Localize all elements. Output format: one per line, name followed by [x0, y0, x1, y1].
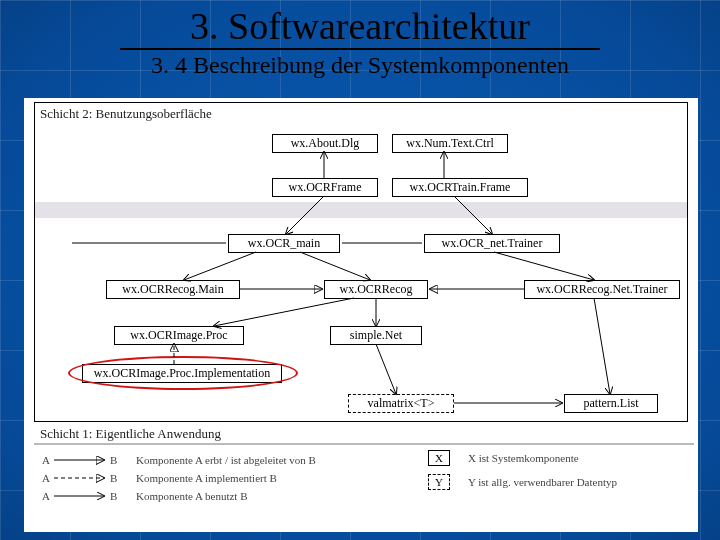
legend-a-1: A	[42, 454, 50, 466]
legend-b-1: B	[110, 454, 117, 466]
legend-y-box: Y	[428, 474, 450, 490]
legend-b-3: B	[110, 490, 117, 502]
comp-simple-net: simple.Net	[330, 326, 422, 345]
comp-num-text-ctrl: wx.Num.Text.Ctrl	[392, 134, 508, 153]
comp-ocr-recog-main: wx.OCRRecog.Main	[106, 280, 240, 299]
layer-1-caption: Schicht 1: Eigentliche Anwendung	[40, 426, 221, 442]
legend-text-1: Komponente A erbt / ist abgeleitet von B	[136, 454, 316, 466]
legend-x-text: X ist Systemkomponente	[468, 452, 579, 464]
legend-a-3: A	[42, 490, 50, 502]
legend-a-2: A	[42, 472, 50, 484]
highlight-ellipse	[68, 356, 298, 390]
title-underline	[120, 48, 600, 50]
comp-ocr-recog: wx.OCRRecog	[324, 280, 428, 299]
comp-ocr-main: wx.OCR_main	[228, 234, 340, 253]
comp-ocr-recog-net-trainer: wx.OCRRecog.Net.Trainer	[524, 280, 680, 299]
layer-separator	[35, 202, 687, 218]
comp-ocr-net-trainer: wx.OCR_net.Trainer	[424, 234, 560, 253]
legend-text-3: Komponente A benutzt B	[136, 490, 248, 502]
layer-2-caption: Schicht 2: Benutzungsoberfläche	[40, 106, 212, 122]
comp-ocr-frame: wx.OCRFrame	[272, 178, 378, 197]
page-title: 3. Softwarearchitektur	[0, 0, 720, 48]
comp-ocr-train-frame: wx.OCRTrain.Frame	[392, 178, 528, 197]
legend-x-box: X	[428, 450, 450, 466]
legend-y-text: Y ist allg. verwendbarer Datentyp	[468, 476, 617, 488]
comp-about-dlg: wx.About.Dlg	[272, 134, 378, 153]
architecture-diagram: Schicht 2: Benutzungsoberfläche Schicht …	[24, 98, 698, 532]
comp-pattern-list: pattern.List	[564, 394, 658, 413]
comp-ocr-image-proc: wx.OCRImage.Proc	[114, 326, 244, 345]
comp-valmatrix: valmatrix<T>	[348, 394, 454, 413]
legend-text-2: Komponente A implementiert B	[136, 472, 277, 484]
page-subtitle: 3. 4 Beschreibung der Systemkomponenten	[0, 52, 720, 79]
legend-b-2: B	[110, 472, 117, 484]
